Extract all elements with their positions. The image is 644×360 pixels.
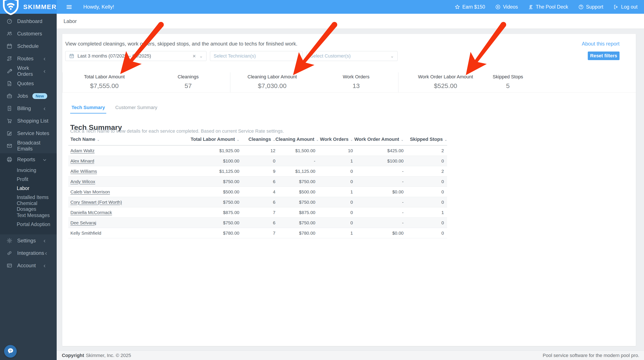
top-nav-earn-150[interactable]: Earn $150: [454, 4, 485, 10]
jobs-icon: [6, 93, 12, 99]
top-nav-the-pool-deck[interactable]: The Pool Deck: [528, 4, 568, 10]
sidebar-item-integrations[interactable]: Integrations: [0, 247, 57, 259]
tech-name-link[interactable]: Alex Minard: [70, 158, 94, 163]
chevron-down-icon: ⌄: [390, 54, 394, 58]
date-range-select[interactable]: 31 Last 3 months (07/2025 – 09/2025) × ⌄: [65, 51, 206, 61]
sidebar-item-account[interactable]: Account: [0, 259, 57, 272]
tech-name-link[interactable]: Adam Waltz: [70, 148, 94, 153]
column-header-skipped-stops[interactable]: Skipped Stops⌄: [404, 136, 447, 145]
table-row: Adam Waltz$1,925.0012$1,500.0010$425.002: [68, 145, 447, 156]
cell-cleanings: 7: [239, 228, 276, 238]
technician-select[interactable]: Select Technician(s): [210, 51, 303, 61]
cell-name: Alex Minard: [68, 156, 171, 166]
dashboard-icon: [6, 18, 12, 24]
section-subtitle: Click a Tech Name to view details for ea…: [70, 128, 284, 134]
cell-cleanings: 0: [239, 156, 276, 166]
customer-placeholder: Select Customer(s): [310, 53, 350, 59]
column-header-cleanings[interactable]: Cleanings⌄: [239, 136, 276, 145]
cell-work_order_amount: -: [353, 176, 404, 187]
column-header-work-orders[interactable]: Work Orders⌄: [315, 136, 353, 145]
tab-tech-summary[interactable]: Tech Summary: [70, 105, 106, 114]
cell-name: Allie Williams: [68, 166, 171, 176]
column-header-work-order-amount[interactable]: Work Order Amount⌄: [353, 136, 404, 145]
cell-skipped_stops: 0: [404, 187, 447, 197]
sidebar-subitem-text-messages[interactable]: Text Messages: [0, 211, 57, 220]
sidebar-item-broadcast-emails[interactable]: Broadcast Emails: [0, 140, 57, 152]
tech-name-link[interactable]: Cory Stewart (Fort Worth): [70, 200, 122, 204]
sort-icon: ⌄: [401, 138, 404, 142]
schedule-icon: [6, 43, 12, 49]
sidebar-item-customers[interactable]: Customers: [0, 28, 57, 40]
cell-cleanings: 12: [239, 145, 276, 156]
integrations-icon: [6, 250, 12, 256]
customer-select[interactable]: Select Customer(s) ⌄: [306, 51, 398, 61]
sidebar-item-service-notes[interactable]: Service Notes: [0, 127, 57, 140]
chat-launcher-button[interactable]: [4, 345, 17, 358]
chevron-left-icon: [42, 106, 47, 110]
report-description: View completed cleanings, work orders, s…: [65, 41, 297, 47]
sidebar-subitem-profit[interactable]: Profit: [0, 175, 57, 184]
logout-icon: [613, 4, 619, 10]
cell-work_order_amount: $0.00: [353, 228, 404, 238]
cell-skipped_stops: 0: [404, 156, 447, 166]
column-header-total-labor-amount[interactable]: Total Labor Amount⌄: [171, 136, 239, 145]
top-bar: SKIMMER Howdy, Kelly! Earn $150 Videos: [0, 0, 644, 14]
svg-text:31: 31: [71, 56, 73, 58]
main-content: Labor View completed cleanings, work ord…: [57, 14, 644, 360]
tech-name-link[interactable]: Daniella McCormack: [70, 210, 112, 215]
sidebar-subitem-portal-adoption[interactable]: Portal Adoption: [0, 220, 57, 229]
sidebar-item-work-orders[interactable]: Work Orders: [0, 65, 57, 77]
sidebar-subitem-labor[interactable]: Labor: [0, 184, 57, 193]
about-report-link[interactable]: About this report: [582, 41, 620, 47]
footer-tagline: Pool service software for the modern poo…: [543, 353, 639, 358]
sidebar-item-settings[interactable]: Settings: [0, 234, 57, 247]
brand-name: SKIMMER: [23, 3, 57, 10]
reset-filters-button[interactable]: Reset filters: [588, 52, 620, 60]
quotes-icon: [6, 80, 12, 86]
sidebar-item-jobs[interactable]: Jobs New: [0, 90, 57, 102]
cell-total_labor_amount: $780.00: [171, 228, 239, 238]
copyright-text: Skimmer, Inc. © 2025: [86, 353, 131, 358]
cell-cleaning_amount: -: [276, 156, 315, 166]
tab-customer-summary[interactable]: Customer Summary: [114, 105, 159, 114]
service-notes-icon: [6, 130, 12, 136]
menu-toggle-icon[interactable]: [65, 3, 73, 11]
cell-work_orders: 1: [315, 156, 353, 166]
cell-work_order_amount: $0.00: [353, 187, 404, 197]
routes-icon: [6, 56, 12, 62]
sidebar-subitem-invoicing[interactable]: Invoicing: [0, 166, 57, 175]
sidebar-subitem-chemical-dosages[interactable]: Chemical Dosages: [0, 202, 57, 211]
sidebar-item-routes[interactable]: Routes: [0, 52, 57, 65]
tech-name-link[interactable]: Allie Williams: [70, 169, 97, 174]
clear-filter-icon[interactable]: ×: [192, 53, 196, 59]
cell-work_orders: 0: [315, 218, 353, 228]
top-nav-videos[interactable]: Videos: [495, 4, 518, 10]
page-title: Labor: [64, 18, 77, 24]
top-nav-support[interactable]: Support: [578, 4, 604, 10]
sidebar-item-reports[interactable]: Reports: [0, 153, 57, 166]
stat-skipped-stops: Skipped Stops 5: [493, 72, 523, 92]
column-header-tech-name[interactable]: Tech Name⌄: [68, 136, 171, 145]
cell-skipped_stops: 2: [404, 145, 447, 156]
cell-cleaning_amount: $750.00: [276, 176, 315, 187]
tech-name-link[interactable]: Caleb Van Morrison: [70, 189, 110, 194]
sidebar-item-quotes[interactable]: Quotes: [0, 77, 57, 90]
top-nav-log-out[interactable]: Log out: [613, 4, 638, 10]
tech-name-link[interactable]: Andy Wilcox: [70, 179, 95, 184]
sidebar-item-shopping-list[interactable]: Shopping List: [0, 115, 57, 127]
cell-skipped_stops: 0: [404, 176, 447, 187]
column-header-cleaning-amount[interactable]: Cleaning Amount⌄: [276, 136, 315, 145]
cell-total_labor_amount: $750.00: [171, 218, 239, 228]
filter-row: 31 Last 3 months (07/2025 – 09/2025) × ⌄…: [65, 51, 398, 61]
sidebar-item-schedule[interactable]: Schedule: [0, 40, 57, 52]
cell-name: Kelly Smithfield: [68, 228, 171, 238]
tech-name-link[interactable]: Dee Selvaraj: [70, 220, 96, 225]
cell-cleaning_amount: $1,125.00: [276, 166, 315, 176]
cell-total_labor_amount: $750.00: [171, 176, 239, 187]
sidebar-item-billing[interactable]: $ Billing: [0, 102, 57, 115]
cell-cleaning_amount: $1,500.00: [276, 145, 315, 156]
customers-icon: [6, 31, 12, 37]
technician-placeholder: Select Technician(s): [214, 53, 256, 59]
brand-logo[interactable]: SKIMMER: [0, 0, 57, 14]
cell-work_order_amount: -: [353, 218, 404, 228]
